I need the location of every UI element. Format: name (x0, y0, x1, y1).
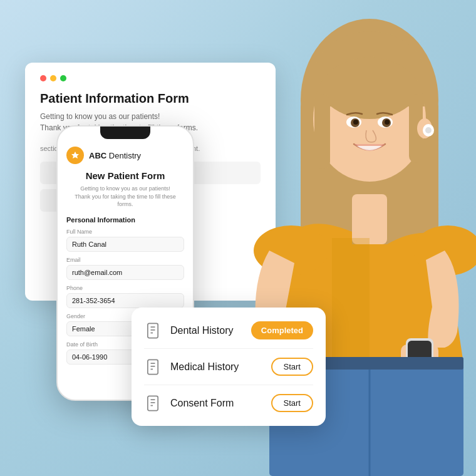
svg-rect-27 (148, 323, 158, 338)
phone-form-desc: Getting to know you as our patients! Tha… (66, 185, 184, 209)
consent-form-button[interactable]: Start (271, 394, 313, 412)
dental-history-icon (144, 322, 162, 339)
field-email-value: ruth@email.com (66, 265, 184, 280)
medical-history-button[interactable]: Start (271, 358, 313, 376)
form-row-dental: Dental History Completed (132, 313, 326, 348)
phone-header: ABC Dentistry (66, 147, 184, 164)
brand-name: ABC Dentistry (89, 150, 141, 161)
dental-history-label: Dental History (170, 325, 242, 336)
minimize-dot[interactable] (50, 75, 56, 81)
svg-rect-11 (314, 94, 330, 169)
phone-section-title: Personal Information (66, 216, 184, 224)
svg-point-23 (425, 127, 432, 133)
field-phone: Phone 281-352-3654 (66, 285, 184, 308)
field-email: Email ruth@email.com (66, 257, 184, 280)
maximize-dot[interactable] (60, 75, 66, 81)
phone-notch (100, 127, 150, 139)
field-fullname-label: Full Name (66, 229, 184, 235)
field-phone-label: Phone (66, 285, 184, 291)
svg-point-17 (353, 120, 358, 125)
field-full-name: Full Name Ruth Canal (66, 229, 184, 252)
form-row-consent: Consent Form Start (132, 385, 326, 421)
consent-form-label: Consent Form (170, 398, 262, 409)
field-fullname-value: Ruth Canal (66, 237, 184, 252)
phone-form-title: New Patient Form (66, 170, 184, 181)
medical-history-label: Medical History (170, 361, 262, 373)
field-phone-value: 281-352-3654 (66, 293, 184, 308)
svg-rect-2 (352, 194, 387, 244)
forms-list-card: Dental History Completed Medical History… (132, 308, 326, 426)
brand-logo (66, 147, 84, 164)
svg-rect-31 (148, 360, 158, 374)
consent-form-icon (144, 395, 162, 412)
form-row-medical: Medical History Start (132, 349, 326, 385)
svg-rect-35 (148, 396, 158, 410)
medical-history-icon (144, 358, 162, 376)
svg-point-18 (385, 120, 390, 125)
close-dot[interactable] (40, 75, 46, 81)
dental-history-button[interactable]: Completed (251, 321, 313, 339)
field-email-label: Email (66, 257, 184, 263)
